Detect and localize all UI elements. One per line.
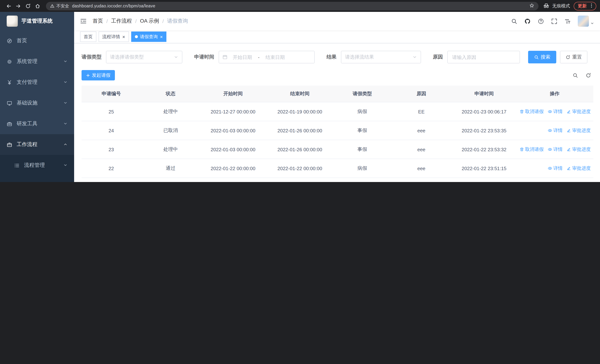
cell-id: 25 [82, 102, 141, 121]
security-chip[interactable]: 不安全 [50, 3, 69, 9]
fullscreen-icon[interactable] [551, 18, 557, 24]
close-icon[interactable]: × [122, 34, 125, 39]
progress-link[interactable]: 审批进度 [567, 108, 591, 115]
cell-status: 处理中 [141, 140, 200, 159]
sidebar-item-payment[interactable]: 支付管理 [0, 72, 74, 93]
leave-type-select[interactable]: 请选择请假类型 [106, 51, 182, 63]
reason-label: 原因 [433, 54, 443, 60]
sidebar-item-label: 基础设施 [17, 100, 38, 106]
date-range-picker[interactable]: - [219, 51, 315, 63]
cell-end: 2022-01-23 00:00:00 [266, 178, 334, 182]
breadcrumb-separator: / [132, 18, 140, 24]
close-icon[interactable]: × [160, 34, 163, 39]
pen-icon [567, 166, 571, 170]
calendar-icon [222, 55, 227, 60]
tab-home[interactable]: 首页 [80, 31, 96, 42]
start-date-input[interactable] [228, 54, 256, 60]
reset-button[interactable]: 重置 [560, 51, 587, 63]
breadcrumb-home[interactable]: 首页 [93, 18, 103, 24]
search-icon[interactable] [511, 18, 517, 24]
trash-icon [520, 147, 524, 152]
search-button[interactable]: 搜索 [528, 51, 556, 63]
chevron-down-icon [412, 55, 417, 59]
pen-icon [567, 147, 571, 152]
detail-link[interactable]: 详情 [548, 146, 562, 152]
cell-status: 处理中 [141, 178, 200, 182]
pen-icon [567, 109, 571, 114]
eye-icon [548, 128, 552, 133]
address-bar[interactable]: 不安全 dashboard.yudao.iocoder.cn/bpm/oa/le… [46, 2, 538, 10]
gear-icon [7, 59, 12, 64]
url-text: dashboard.yudao.iocoder.cn/bpm/oa/leave [72, 4, 526, 8]
breadcrumb: 首页 / 工作流程 / OA 示例 / 请假查询 [93, 18, 188, 24]
top-navbar: 首页 / 工作流程 / OA 示例 / 请假查询 [74, 12, 600, 30]
sidebar-item-devtools[interactable]: 研发工具 [0, 113, 74, 134]
progress-link[interactable]: 审批进度 [567, 146, 591, 152]
chevron-down-icon [63, 162, 67, 168]
cancel-leave-link[interactable]: 取消请假 [520, 108, 544, 115]
warning-icon [50, 4, 55, 8]
compass-icon [7, 38, 12, 44]
cancel-leave-link[interactable]: 取消请假 [520, 146, 544, 152]
refresh-icon [565, 55, 570, 59]
reason-input[interactable] [447, 51, 520, 63]
select-placeholder: 请选择流结果 [345, 54, 374, 60]
browser-home-button[interactable] [33, 1, 42, 11]
cell-status: 通过 [141, 159, 200, 178]
help-icon[interactable] [538, 18, 544, 24]
browser-menu-icon[interactable] [589, 3, 594, 9]
leave-type-label: 请假类型 [82, 54, 102, 60]
toggle-search-button[interactable] [572, 73, 578, 78]
tag-tabbar: 首页 流程详情 × 请假查询 × [74, 30, 600, 43]
user-menu[interactable] [578, 16, 594, 27]
refresh-table-button[interactable] [586, 73, 591, 78]
sidebar-fold-button[interactable] [80, 18, 87, 24]
font-size-icon[interactable] [564, 18, 571, 24]
progress-link[interactable]: 审批进度 [567, 127, 591, 134]
eye-icon [548, 147, 552, 152]
end-date-input[interactable] [261, 54, 289, 60]
browser-back-button[interactable] [4, 1, 13, 11]
create-leave-button[interactable]: 发起请假 [82, 70, 115, 80]
cell-applied: 2022-01-22 23:51:15 [452, 159, 516, 178]
chevron-up-icon [63, 142, 67, 148]
eye-icon [548, 166, 552, 170]
sidebar-item-infra[interactable]: 基础设施 [0, 93, 74, 113]
search-button-label: 搜索 [541, 54, 550, 60]
result-select[interactable]: 请选择流结果 [341, 51, 421, 63]
cell-applied: 2022-01-23 00:06:17 [452, 102, 516, 121]
sidebar-item-label: 支付管理 [17, 79, 38, 86]
cell-end: 2022-01-26 00:00:00 [266, 140, 334, 159]
sidebar-item-label: 流程管理 [24, 162, 45, 169]
bookmark-star-icon[interactable] [529, 3, 534, 9]
sidebar-item-workflow[interactable]: 工作流程 [0, 134, 74, 155]
col-actions: 操作 [516, 86, 593, 102]
date-separator: - [257, 54, 260, 60]
breadcrumb-oa-example[interactable]: OA 示例 [140, 18, 159, 24]
browser-reload-button[interactable] [23, 1, 33, 11]
sidebar-item-process-mgmt[interactable]: 流程管理 [0, 155, 74, 176]
update-button[interactable]: 更新 [574, 2, 596, 10]
row-actions: 取消请假 详情 审批进度 [516, 146, 593, 152]
tab-leave-query[interactable]: 请假查询 × [131, 31, 166, 42]
chevron-down-icon [63, 79, 67, 85]
browser-forward-button[interactable] [13, 1, 23, 11]
table-row: 21 处理中 2022-01-22 00:00:00 2022-01-23 00… [82, 178, 593, 182]
detail-link[interactable]: 详情 [548, 127, 562, 134]
app-title: 芋道管理系统 [21, 18, 53, 24]
progress-link[interactable]: 审批进度 [567, 165, 591, 171]
sidebar-item-system[interactable]: 系统管理 [0, 51, 74, 72]
sidebar-item-home[interactable]: 首页 [0, 30, 74, 51]
detail-link[interactable]: 详情 [548, 108, 562, 115]
cell-type: 病假 [334, 102, 391, 121]
logo-image [7, 16, 18, 27]
sidebar-logo[interactable]: 芋道管理系统 [0, 12, 74, 30]
breadcrumb-workflow[interactable]: 工作流程 [111, 18, 132, 24]
sidebar-item-task-mgmt[interactable]: 任务管理 [0, 176, 74, 182]
col-start-time: 开始时间 [200, 86, 266, 102]
github-icon[interactable] [525, 18, 531, 24]
chevron-down-icon [63, 100, 67, 106]
tab-process-detail[interactable]: 流程详情 × [99, 31, 129, 42]
detail-link[interactable]: 详情 [548, 165, 562, 171]
plus-icon [86, 73, 90, 77]
